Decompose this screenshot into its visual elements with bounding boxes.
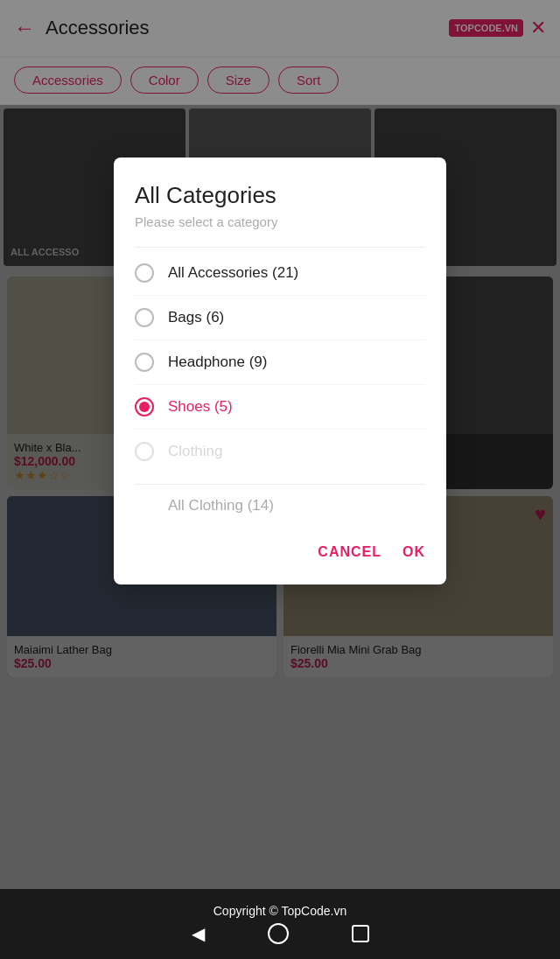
dialog-subtitle: Please select a category <box>135 214 425 229</box>
radio-all-accessories <box>135 263 154 283</box>
category-label-headphone: Headphone (9) <box>168 354 267 371</box>
radio-shoes <box>135 397 154 416</box>
dialog-divider-top <box>135 247 425 248</box>
radio-headphone <box>135 353 154 372</box>
category-list: All Accessories (21) Bags (6) Headphone … <box>135 251 425 473</box>
category-label-shoes: Shoes (5) <box>168 398 233 416</box>
nav-back-icon[interactable]: ◀ <box>192 923 205 944</box>
category-label-all-accessories: All Accessories (21) <box>168 264 298 282</box>
nav-recent-icon[interactable] <box>352 925 369 942</box>
radio-bags <box>135 308 154 327</box>
dialog-actions: CANCEL OK <box>135 537 425 567</box>
category-label-bags: Bags (6) <box>168 309 224 326</box>
dialog-divider-bottom <box>135 484 425 485</box>
cancel-button[interactable]: CANCEL <box>318 537 382 567</box>
ok-button[interactable]: OK <box>402 537 425 567</box>
category-item-clothing: Clothing <box>135 430 425 473</box>
nav-icons-row: ◀ <box>192 923 369 944</box>
bottom-nav: Copyright © TopCode.vn ◀ <box>0 889 560 959</box>
copyright-text: Copyright © TopCode.vn <box>214 904 346 918</box>
category-item-all-accessories[interactable]: All Accessories (21) <box>135 251 425 296</box>
partial-category-item: All Clothing (14) <box>135 488 425 523</box>
category-dialog: All Categories Please select a category … <box>114 158 446 584</box>
radio-clothing <box>135 442 154 461</box>
nav-home-icon[interactable] <box>268 923 289 944</box>
radio-shoes-inner <box>139 402 150 412</box>
category-item-shoes[interactable]: Shoes (5) <box>135 385 425 430</box>
dialog-title: All Categories <box>135 182 425 209</box>
category-item-bags[interactable]: Bags (6) <box>135 296 425 340</box>
category-label-clothing: Clothing <box>168 443 222 460</box>
category-item-headphone[interactable]: Headphone (9) <box>135 340 425 385</box>
